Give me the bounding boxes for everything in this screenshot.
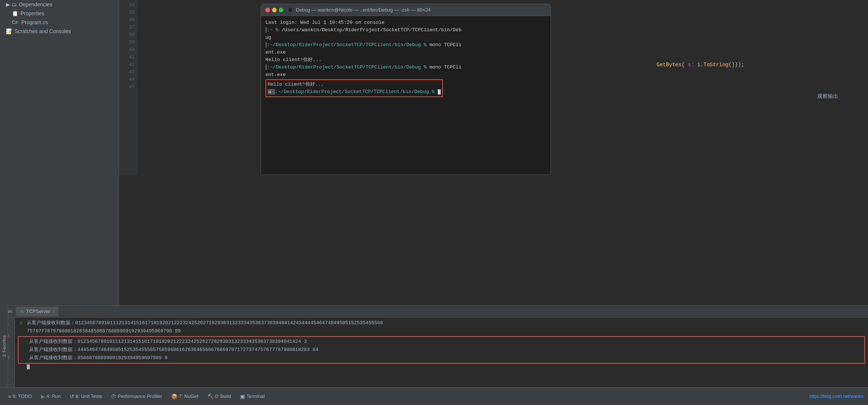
- run-tab-tcpserver[interactable]: Ｎ TCPServer ×: [16, 307, 58, 316]
- todo-icon: ≡: [8, 393, 11, 399]
- line-numbers: 34 35 36 37 38 39 40 41 42 43 44 45: [119, 0, 138, 175]
- output-line-2: 7576777879798081828384858687888990919293…: [18, 327, 865, 335]
- run-content: ↺ ■ ⬇ 🗑 ★ » ↺ 从客户端接收到数据：0123456789101112…: [0, 318, 868, 387]
- run-tab-name: TCPServer: [26, 309, 50, 314]
- run-output[interactable]: ↺ 从客户端接收到数据：0123456789101112131415161718…: [15, 318, 868, 387]
- terminal-line-6: Hello client!你好...: [265, 56, 546, 64]
- favorites-label: 2: Favorites: [2, 335, 6, 357]
- output-cursor: [27, 364, 30, 369]
- toolbar-run-label: 4: Run: [47, 393, 61, 399]
- build-icon: 🔨: [207, 393, 214, 399]
- toolbar-performance-label: Performance Profiler: [118, 393, 162, 399]
- run-tab-icon: Ｎ: [20, 308, 25, 315]
- toolbar-todo-label: 6: TODO: [13, 393, 32, 399]
- terminal-line-2: :~ % /Users/wankcn/Desktop/RiderProject/…: [265, 26, 546, 34]
- terminal-line-1: Last login: Wed Jul 1 10:45:20 on consol…: [265, 19, 546, 26]
- terminal-line-3: ug: [265, 34, 546, 41]
- terminal-line-8: ent.exe: [265, 71, 546, 79]
- minimize-button[interactable]: [272, 8, 277, 12]
- terminal-highlight-box: Hello client!你好... w :~/Desktop/RiderPro…: [265, 79, 443, 97]
- unit-tests-icon: ↺: [70, 393, 74, 399]
- terminal-highlight-line-1: Hello client!你好...: [268, 81, 441, 88]
- output-line-1: ↺ 从客户端接收到数据：0123456789101112131415161718…: [18, 319, 865, 327]
- toolbar-run[interactable]: ▶ 4: Run: [37, 391, 64, 402]
- output-text-1: 从客户端接收到数据：012345678910111213141516171819…: [27, 319, 865, 327]
- toolbar-terminal[interactable]: ▣ Terminal: [236, 391, 268, 402]
- code-line-getbytes: GetBytes( s: i.ToString()));: [657, 1, 864, 68]
- toolbar-build[interactable]: 🔨 0: Build: [204, 391, 235, 402]
- sidebar-item-properties[interactable]: 📋 Properties: [0, 9, 119, 18]
- terminal-cursor: [438, 89, 441, 95]
- output-hl-text-1: 从客户端接收到数据：012345678910111213141516171819…: [29, 338, 863, 346]
- run-icon: ▶: [41, 393, 45, 399]
- csharp-icon: C#: [12, 20, 17, 25]
- run-tabbar: Run: Ｎ TCPServer ×: [0, 306, 868, 318]
- traffic-lights: [265, 8, 283, 12]
- sidebar-item-scratches[interactable]: 📝 Scratches and Consoles: [0, 27, 119, 36]
- toolbar-nuget[interactable]: 📦 7: NuGet: [167, 391, 202, 402]
- terminal-window: 🖥 Debug — wankcn@Nicole — ..ent/bin/Debu…: [261, 4, 551, 175]
- output-icon-1: ↺: [19, 319, 27, 327]
- toolbar-performance[interactable]: ⏱ Performance Profiler: [107, 391, 166, 402]
- terminal-line-4: :~/Desktop/RiderProject/SocketTCP/TCPCli…: [265, 41, 546, 49]
- close-button[interactable]: [265, 8, 270, 12]
- terminal-line-5: ent.exe: [265, 49, 546, 56]
- dependencies-icon: ▶ 🗂: [6, 1, 17, 7]
- terminal-highlight-line-2: w :~/Desktop/RiderProject/SocketTCP/TCPC…: [268, 88, 441, 96]
- output-highlight-line-2: 从客户端接收到数据：444546474849505152535455565758…: [20, 346, 863, 354]
- toolbar-unit-tests[interactable]: ↺ 8: Unit Tests: [66, 391, 106, 402]
- terminal-icon: 🖥: [288, 7, 293, 13]
- bottom-panel: Run: Ｎ TCPServer × ↺ ■ ⬇ 🗑 ★ » ↺ 从客户端接收到…: [0, 305, 868, 387]
- toolbar-url[interactable]: https://blog.csdn.net/wankn: [810, 394, 864, 399]
- terminal-line-7: :~/Desktop/RiderProject/SocketTCP/TCPCli…: [265, 64, 546, 71]
- nuget-icon: 📦: [171, 393, 178, 399]
- sidebar-item-program[interactable]: C# Program.cs: [0, 18, 119, 27]
- toolbar-unit-tests-label: 8: Unit Tests: [76, 393, 102, 399]
- terminal-titlebar: 🖥 Debug — wankcn@Nicole — ..ent/bin/Debu…: [261, 4, 551, 16]
- code-editor-right[interactable]: GetBytes( s: i.ToString()));: [652, 0, 868, 175]
- toolbar-todo[interactable]: ≡ 6: TODO: [4, 391, 36, 402]
- toolbar-terminal-label: Terminal: [246, 393, 265, 399]
- performance-icon: ⏱: [111, 393, 116, 399]
- output-highlight-line-3: 从客户端接收到数据：85868788899091929394959697989 …: [20, 354, 863, 362]
- output-hl-text-2: 从客户端接收到数据：444546474849505152535455565758…: [29, 346, 863, 354]
- sidebar-item-dependencies[interactable]: ▶ 🗂 Dependencies: [0, 0, 119, 9]
- observer-output-label: 观察输出: [817, 93, 838, 100]
- terminal-title: Debug — wankcn@Nicole — ..ent/bin/Debug …: [296, 7, 431, 13]
- terminal-icon-toolbar: ▣: [240, 393, 245, 399]
- toolbar-nuget-label: 7: NuGet: [179, 393, 198, 399]
- output-highlight-box: 从客户端接收到数据：012345678910111213141516171819…: [18, 336, 865, 364]
- properties-icon: 📋: [12, 10, 18, 16]
- terminal-content[interactable]: Last login: Wed Jul 1 10:45:20 on consol…: [261, 16, 551, 175]
- output-line-cursor: [18, 364, 865, 369]
- scratches-icon: 📝: [6, 28, 12, 34]
- output-highlight-line-1: 从客户端接收到数据：012345678910111213141516171819…: [20, 338, 863, 346]
- favorites-sidebar: 2: Favorites: [0, 305, 8, 387]
- toolbar-build-label: 0: Build: [215, 393, 231, 399]
- output-text-2: 7576777879798081828384858687888990919293…: [27, 327, 865, 335]
- bottom-toolbar: ≡ 6: TODO ▶ 4: Run ↺ 8: Unit Tests ⏱ Per…: [0, 387, 868, 405]
- run-tab-close[interactable]: ×: [52, 309, 55, 314]
- output-hl-text-3: 从客户端接收到数据：85868788899091929394959697989 …: [29, 354, 863, 362]
- maximize-button[interactable]: [279, 8, 283, 12]
